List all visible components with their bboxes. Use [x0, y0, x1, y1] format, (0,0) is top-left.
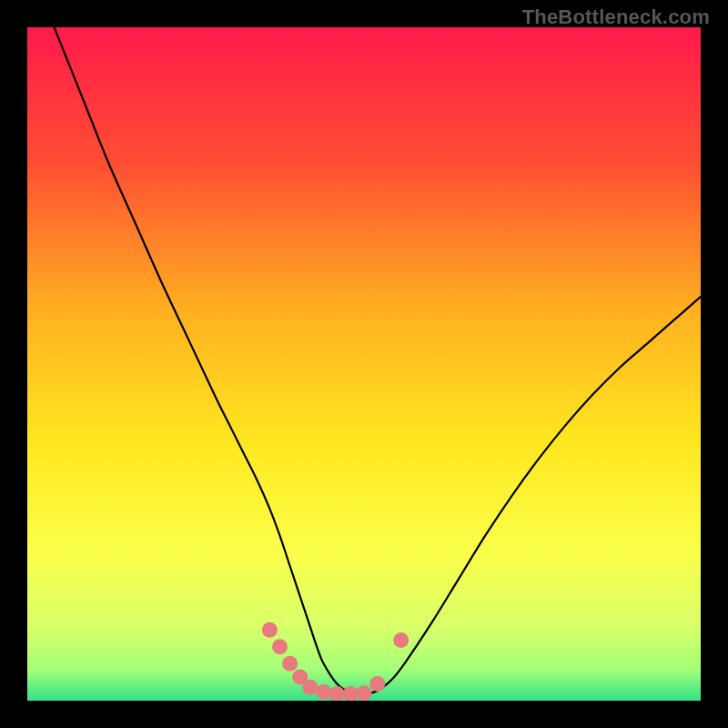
- data-point-marker: [262, 622, 278, 638]
- data-point-marker: [369, 676, 385, 692]
- watermark-text: TheBottleneck.com: [522, 5, 710, 29]
- data-point-marker: [316, 684, 331, 700]
- chart-frame: TheBottleneck.com: [0, 0, 728, 728]
- plot-area: [27, 27, 701, 701]
- data-point-marker: [302, 680, 318, 695]
- svg-rect-0: [27, 27, 701, 701]
- data-point-marker: [357, 685, 372, 701]
- data-point-marker: [393, 632, 409, 648]
- data-point-marker: [272, 639, 288, 654]
- chart-svg: [27, 27, 701, 701]
- data-point-marker: [282, 656, 298, 672]
